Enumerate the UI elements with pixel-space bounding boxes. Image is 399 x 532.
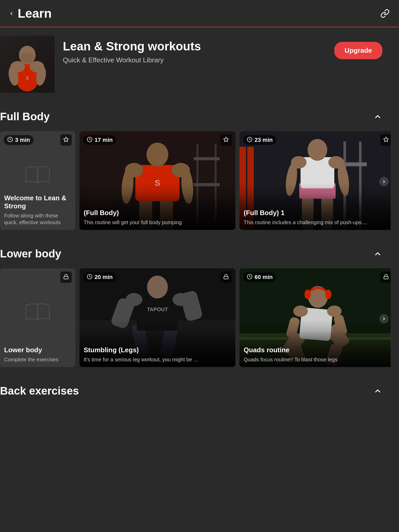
card-lower-body-top [0,268,75,286]
star-icon-2 [223,137,229,143]
svg-rect-16 [194,157,220,160]
card-lower-body-intro-bottom: Lower body Complete the exercises [0,342,75,367]
svg-point-6 [21,52,34,63]
hero-title: Lean & Strong workouts [63,40,326,53]
lock-icon-3 [383,274,389,281]
star-icon-3 [383,137,389,143]
card-quads-top: 60 min [240,268,391,286]
svg-rect-48 [64,276,68,279]
app-header: Learn [0,0,399,27]
card-stumbling-label: Stumbling (Legs) [84,346,231,354]
card-full-body-1-top: 23 min [240,131,391,149]
card-full-body-1-desc: This routine includes a challenging mix … [244,219,391,226]
header-title: Learn [18,6,52,21]
hero-image: S [0,36,55,93]
card-quads-desc: Quads focus routine!! To blast those leg… [244,356,391,363]
card-quads-overlay: Quads routine Quads focus routine!! To b… [240,330,391,367]
card-welcome-star[interactable] [60,134,72,146]
card-full-body-1-label: (Full Body) 1 [244,209,391,217]
card-welcome-top: 3 min [0,131,75,149]
card-full-body-star[interactable] [220,134,232,146]
svg-marker-29 [224,137,228,142]
card-full-body-1-star[interactable] [380,134,391,146]
card-lower-body-intro[interactable]: Lower body Complete the exercises [0,268,75,367]
card-full-body[interactable]: S 17 min [79,131,235,230]
card-stumbling-lock[interactable] [220,271,232,283]
svg-rect-64 [224,276,228,279]
svg-point-77 [325,290,331,299]
card-stumbling-desc: It's time for a serious leg workout, you… [84,356,231,363]
card-lower-body-intro-desc: Complete the exercises [4,356,71,363]
card-quads-label: Quads routine [244,346,391,354]
hero-section: S Lean & Strong workouts Quick & Effecti… [0,27,399,99]
card-quads[interactable]: 60 min Quads routine Quads focus routine… [240,268,391,367]
share-button[interactable] [379,8,391,19]
lock-icon [63,274,69,281]
upgrade-button[interactable]: Upgrade [334,42,382,59]
hero-subtitle: Quick & Effective Workout Library [63,56,326,64]
book-icon [25,164,51,186]
card-full-body-1-time: 23 min [243,135,276,145]
clock-icon-3 [247,137,252,143]
card-full-body-1[interactable]: 23 min (Full Body) 1 This routine includ… [240,131,391,230]
card-stumbling-duration: 20 min [95,274,113,281]
back-button[interactable]: Learn [8,6,52,21]
back-exercises-section: Back exercises [0,377,399,401]
back-exercises-chevron-icon [373,386,382,396]
back-arrow-icon [8,10,15,17]
card-welcome-duration: 3 min [15,137,30,143]
clock-icon [7,137,13,143]
card-quads-duration: 60 min [255,274,273,281]
svg-text:S: S [26,76,29,81]
back-exercises-title: Back exercises [0,385,79,397]
svg-point-73 [293,305,308,317]
card-quads-time: 60 min [243,272,276,282]
card-full-body-top: 17 min [79,131,235,149]
lower-body-section-header[interactable]: Lower body [0,240,391,264]
book-icon-2 [25,302,51,323]
svg-marker-11 [64,137,68,142]
card-lower-body-lock[interactable] [60,271,72,283]
card-stumbling-overlay: Stumbling (Legs) It's time for a serious… [79,330,235,367]
full-body-section-header[interactable]: Full Body [0,103,391,127]
lower-body-chevron-icon [373,249,382,258]
full-body-section: Full Body 3 min [0,103,399,236]
card-stumbling-top: 20 min [79,268,235,286]
card-lower-body-intro-label: Lower body [4,346,71,354]
hero-content: Lean & Strong workouts Quick & Effective… [55,36,334,68]
card-welcome[interactable]: 3 min Welcome to Lean & Strong Follo [0,131,75,230]
svg-rect-82 [384,276,388,279]
full-body-cards: 3 min Welcome to Lean & Strong Follo [0,127,391,236]
full-body-chevron-icon [373,112,382,121]
lock-icon-2 [223,274,229,281]
card-full-body-1-overlay: (Full Body) 1 This routine includes a ch… [240,193,391,230]
clock-icon-5 [247,274,252,281]
card-stumbling-legs[interactable]: TAPOUT [79,268,235,367]
card-welcome-label: Welcome to Lean & Strong [4,194,71,210]
clock-icon-2 [87,137,92,143]
svg-point-76 [304,290,311,299]
back-exercises-section-header[interactable]: Back exercises [0,377,391,401]
card-full-body-overlay: (Full Body) This routine will get your f… [79,193,235,230]
card-full-body-1-duration: 23 min [255,137,273,143]
card-welcome-desc: Follow along with these quick, effective… [4,212,71,226]
clock-icon-4 [87,274,92,281]
card-full-body-desc: This routine will get your full body pum… [84,219,231,226]
lower-body-cards: Lower body Complete the exercises TAP [0,264,391,373]
card-full-body-duration: 17 min [95,137,113,143]
full-body-title: Full Body [0,110,50,123]
hero-right: Upgrade [334,36,391,59]
lower-body-title: Lower body [0,248,61,260]
star-icon [63,137,69,143]
card-full-body-label: (Full Body) [84,209,231,217]
card-welcome-bottom: Welcome to Lean & Strong Follow along wi… [0,190,75,230]
svg-marker-47 [384,137,388,142]
svg-text:TAPOUT: TAPOUT [147,307,168,312]
card-quads-lock[interactable] [380,271,391,283]
card-full-body-time: 17 min [83,135,116,145]
lower-body-section: Lower body [0,240,399,373]
card-stumbling-time: 20 min [83,272,116,282]
card-welcome-time: 3 min [4,135,34,145]
